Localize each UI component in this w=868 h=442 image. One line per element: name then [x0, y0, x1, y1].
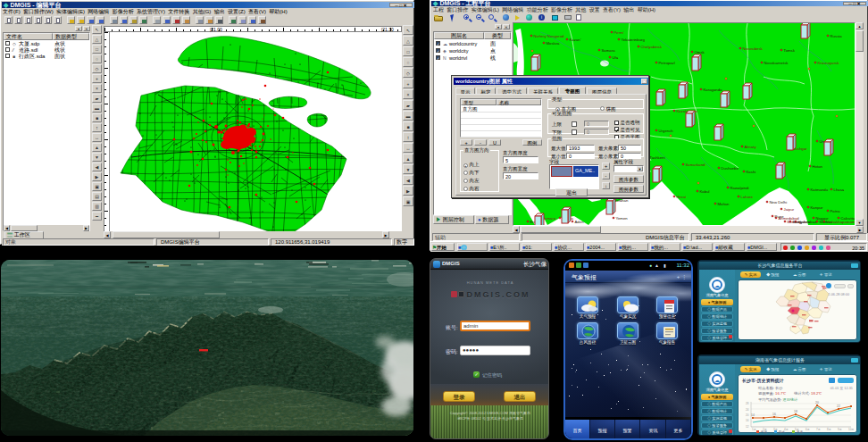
svg-text:Lahore: Lahore [741, 195, 754, 199]
svg-text:Jaipur: Jaipur [784, 207, 795, 212]
svg-text:Hotan: Hotan [813, 164, 823, 169]
svg-text:18: 18 [794, 410, 797, 413]
svg-text:Dushanbe: Dushanbe [722, 166, 739, 171]
svg-text:Samara: Samara [602, 48, 616, 53]
svg-text:Rawalpindi: Rawalpindi [730, 186, 749, 190]
svg-text:16: 16 [772, 413, 776, 416]
svg-text:Yemen: Yemen [616, 216, 629, 221]
svg-text:Ufa: Ufa [613, 55, 619, 60]
svg-text:20: 20 [815, 401, 819, 404]
svg-text:Lhasa: Lhasa [834, 188, 845, 192]
svg-text:Moskva: Moskva [547, 41, 560, 46]
svg-text:Yekaterinburg: Yekaterinburg [622, 38, 646, 42]
svg-text:Pune: Pune [775, 214, 785, 219]
svg-text:Urgench: Urgench [659, 129, 674, 133]
svg-text:Kazan': Kazan' [570, 38, 581, 42]
svg-text:Karaganda: Karaganda [704, 88, 723, 92]
svg-text:Patna: Patna [830, 209, 841, 213]
svg-text:New Delhi: New Delhi [770, 200, 788, 204]
svg-text:Herat: Herat [677, 195, 687, 199]
svg-text:Aden: Aden [575, 220, 585, 224]
svg-text:气温: 气温 [761, 430, 768, 434]
svg-text:24: 24 [746, 408, 749, 412]
svg-text:Esfahan: Esfahan [614, 198, 629, 203]
svg-text:16: 16 [746, 419, 749, 422]
svg-text:Tomsk: Tomsk [784, 48, 796, 53]
svg-text:7月: 7月 [816, 428, 821, 431]
svg-text:Petropavl: Petropavl [659, 61, 675, 65]
svg-text:1月: 1月 [752, 428, 756, 431]
svg-text:9月: 9月 [838, 428, 842, 431]
svg-text:风速: 风速 [797, 430, 804, 434]
svg-text:Krasnoyarsk: Krasnoyarsk [818, 61, 840, 65]
svg-text:Omsk: Omsk [695, 50, 705, 54]
svg-text:14: 14 [751, 413, 755, 417]
svg-text:Almaty: Almaty [745, 145, 757, 149]
svg-text:22: 22 [837, 404, 840, 408]
svg-text:Novosibirsk: Novosibirsk [743, 46, 764, 51]
svg-text:10月: 10月 [848, 428, 854, 431]
svg-text:12: 12 [746, 425, 749, 429]
svg-text:6月: 6月 [805, 428, 810, 431]
svg-text:Nizhniy Novgorod: Nizhniy Novgorod [534, 34, 565, 38]
svg-text:Kabul: Kabul [700, 189, 710, 194]
svg-text:Kanpur: Kanpur [811, 205, 823, 210]
svg-text:Tashkent: Tashkent [650, 155, 666, 160]
svg-text:20: 20 [746, 413, 749, 417]
svg-text:Russia: Russia [830, 34, 843, 38]
svg-text:Samarkand: Samarkand [686, 163, 706, 167]
svg-text:Kashi: Kashi [747, 170, 756, 174]
svg-text:Perm': Perm' [614, 30, 624, 35]
svg-text:Chelyabinsk: Chelyabinsk [641, 45, 663, 49]
svg-text:Bangalore: Bangalore [793, 220, 811, 224]
svg-text:Novokuznetsk: Novokuznetsk [764, 61, 789, 65]
svg-text:Katmandu: Katmandu [811, 188, 829, 192]
svg-text:Madras: Madras [820, 220, 832, 224]
svg-text:8月: 8月 [827, 428, 831, 431]
svg-text:Multan: Multan [718, 202, 730, 206]
svg-text:28: 28 [746, 402, 749, 405]
svg-text:Asmara: Asmara [543, 216, 556, 221]
svg-text:降水: 降水 [779, 429, 786, 434]
